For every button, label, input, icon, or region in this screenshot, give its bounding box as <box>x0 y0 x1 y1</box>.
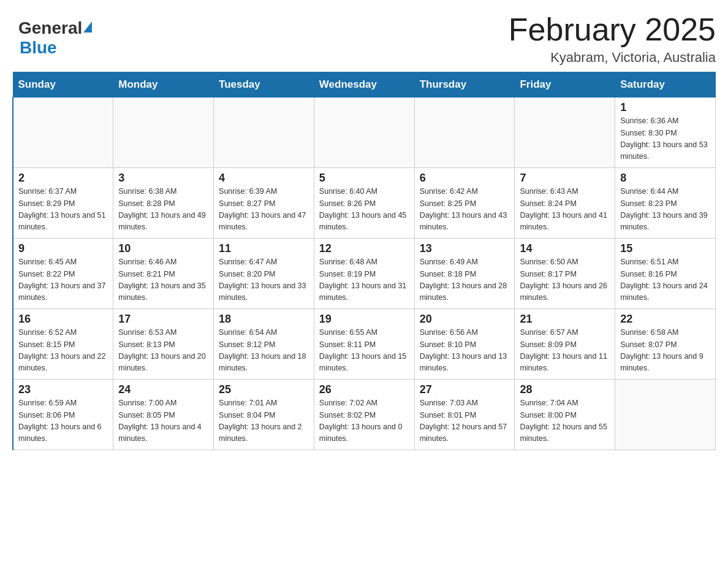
logo-blue-text: Blue <box>20 38 57 58</box>
calendar-day-cell: 1Sunrise: 6:36 AMSunset: 8:30 PMDaylight… <box>615 98 716 168</box>
day-number: 15 <box>620 242 710 255</box>
day-number: 21 <box>520 313 610 326</box>
calendar-day-cell: 25Sunrise: 7:01 AMSunset: 8:04 PMDayligh… <box>214 380 314 450</box>
day-info: Sunrise: 7:04 AMSunset: 8:00 PMDaylight:… <box>520 397 610 445</box>
calendar-day-cell: 8Sunrise: 6:44 AMSunset: 8:23 PMDaylight… <box>615 168 716 239</box>
calendar-day-cell: 2Sunrise: 6:37 AMSunset: 8:29 PMDaylight… <box>13 168 113 239</box>
day-of-week-header: Thursday <box>414 72 515 98</box>
calendar-day-cell: 24Sunrise: 7:00 AMSunset: 8:05 PMDayligh… <box>113 380 214 450</box>
calendar-day-cell <box>314 98 414 168</box>
day-info: Sunrise: 6:49 AMSunset: 8:18 PMDaylight:… <box>420 256 510 304</box>
day-info: Sunrise: 6:50 AMSunset: 8:17 PMDaylight:… <box>520 256 610 304</box>
day-info: Sunrise: 6:45 AMSunset: 8:22 PMDaylight:… <box>18 256 108 304</box>
day-info: Sunrise: 6:37 AMSunset: 8:29 PMDaylight:… <box>18 186 108 234</box>
day-info: Sunrise: 6:44 AMSunset: 8:23 PMDaylight:… <box>620 186 710 234</box>
day-number: 12 <box>319 242 409 255</box>
day-info: Sunrise: 6:57 AMSunset: 8:09 PMDaylight:… <box>520 327 610 375</box>
calendar-day-cell <box>113 98 214 168</box>
day-info: Sunrise: 7:03 AMSunset: 8:01 PMDaylight:… <box>420 397 510 445</box>
calendar-day-cell: 15Sunrise: 6:51 AMSunset: 8:16 PMDayligh… <box>615 239 716 309</box>
day-info: Sunrise: 6:36 AMSunset: 8:30 PMDaylight:… <box>620 115 710 163</box>
calendar-day-cell: 16Sunrise: 6:52 AMSunset: 8:15 PMDayligh… <box>13 309 113 380</box>
days-of-week-row: SundayMondayTuesdayWednesdayThursdayFrid… <box>13 72 716 98</box>
day-number: 22 <box>620 313 710 326</box>
day-number: 11 <box>219 242 309 255</box>
day-number: 16 <box>18 313 108 326</box>
day-info: Sunrise: 7:02 AMSunset: 8:02 PMDaylight:… <box>319 397 409 445</box>
day-of-week-header: Wednesday <box>314 72 414 98</box>
calendar-day-cell: 23Sunrise: 6:59 AMSunset: 8:06 PMDayligh… <box>13 380 113 450</box>
day-info: Sunrise: 6:52 AMSunset: 8:15 PMDaylight:… <box>18 327 108 375</box>
page-title: February 2025 <box>509 12 716 47</box>
calendar-day-cell <box>13 98 113 168</box>
calendar-day-cell: 10Sunrise: 6:46 AMSunset: 8:21 PMDayligh… <box>113 239 214 309</box>
day-number: 2 <box>18 172 108 185</box>
day-number: 9 <box>18 242 108 255</box>
calendar-day-cell: 17Sunrise: 6:53 AMSunset: 8:13 PMDayligh… <box>113 309 214 380</box>
calendar-day-cell: 28Sunrise: 7:04 AMSunset: 8:00 PMDayligh… <box>515 380 615 450</box>
title-section: February 2025 Kyabram, Victoria, Austral… <box>509 12 716 66</box>
calendar-day-cell: 7Sunrise: 6:43 AMSunset: 8:24 PMDaylight… <box>515 168 615 239</box>
calendar-day-cell <box>414 98 515 168</box>
day-info: Sunrise: 6:54 AMSunset: 8:12 PMDaylight:… <box>219 327 309 375</box>
calendar-week-row: 9Sunrise: 6:45 AMSunset: 8:22 PMDaylight… <box>13 239 716 309</box>
day-number: 24 <box>118 383 208 396</box>
day-number: 26 <box>319 383 409 396</box>
day-of-week-header: Saturday <box>615 72 716 98</box>
day-number: 25 <box>219 383 309 396</box>
calendar-day-cell: 4Sunrise: 6:39 AMSunset: 8:27 PMDaylight… <box>214 168 314 239</box>
calendar-day-cell <box>214 98 314 168</box>
day-info: Sunrise: 6:46 AMSunset: 8:21 PMDaylight:… <box>118 256 208 304</box>
calendar-week-row: 1Sunrise: 6:36 AMSunset: 8:30 PMDaylight… <box>13 98 716 168</box>
calendar-day-cell: 9Sunrise: 6:45 AMSunset: 8:22 PMDaylight… <box>13 239 113 309</box>
day-info: Sunrise: 6:55 AMSunset: 8:11 PMDaylight:… <box>319 327 409 375</box>
day-number: 10 <box>118 242 208 255</box>
day-info: Sunrise: 6:47 AMSunset: 8:20 PMDaylight:… <box>219 256 309 304</box>
day-info: Sunrise: 7:00 AMSunset: 8:05 PMDaylight:… <box>118 397 208 445</box>
page-header: General Blue February 2025 Kyabram, Vict… <box>12 12 716 66</box>
calendar-week-row: 16Sunrise: 6:52 AMSunset: 8:15 PMDayligh… <box>13 309 716 380</box>
calendar-week-row: 2Sunrise: 6:37 AMSunset: 8:29 PMDaylight… <box>13 168 716 239</box>
calendar-day-cell: 27Sunrise: 7:03 AMSunset: 8:01 PMDayligh… <box>414 380 515 450</box>
day-info: Sunrise: 6:56 AMSunset: 8:10 PMDaylight:… <box>420 327 510 375</box>
calendar-day-cell: 22Sunrise: 6:58 AMSunset: 8:07 PMDayligh… <box>615 309 716 380</box>
calendar-day-cell: 12Sunrise: 6:48 AMSunset: 8:19 PMDayligh… <box>314 239 414 309</box>
day-number: 3 <box>118 172 208 185</box>
day-info: Sunrise: 6:42 AMSunset: 8:25 PMDaylight:… <box>420 186 510 234</box>
calendar-day-cell: 6Sunrise: 6:42 AMSunset: 8:25 PMDaylight… <box>414 168 515 239</box>
calendar-day-cell: 20Sunrise: 6:56 AMSunset: 8:10 PMDayligh… <box>414 309 515 380</box>
day-number: 6 <box>420 172 510 185</box>
day-number: 14 <box>520 242 610 255</box>
day-number: 1 <box>620 101 710 114</box>
day-info: Sunrise: 6:59 AMSunset: 8:06 PMDaylight:… <box>18 397 108 445</box>
calendar-day-cell: 18Sunrise: 6:54 AMSunset: 8:12 PMDayligh… <box>214 309 314 380</box>
logo-general-text: General <box>18 18 82 38</box>
day-of-week-header: Tuesday <box>214 72 314 98</box>
calendar-day-cell: 13Sunrise: 6:49 AMSunset: 8:18 PMDayligh… <box>414 239 515 309</box>
page-subtitle: Kyabram, Victoria, Australia <box>509 50 716 66</box>
day-number: 28 <box>520 383 610 396</box>
calendar-header: SundayMondayTuesdayWednesdayThursdayFrid… <box>13 72 716 98</box>
day-number: 8 <box>620 172 710 185</box>
day-number: 23 <box>18 383 108 396</box>
day-number: 13 <box>420 242 510 255</box>
day-of-week-header: Monday <box>113 72 214 98</box>
day-info: Sunrise: 6:40 AMSunset: 8:26 PMDaylight:… <box>319 186 409 234</box>
calendar-body: 1Sunrise: 6:36 AMSunset: 8:30 PMDaylight… <box>13 98 716 450</box>
day-number: 4 <box>219 172 309 185</box>
calendar-day-cell: 3Sunrise: 6:38 AMSunset: 8:28 PMDaylight… <box>113 168 214 239</box>
day-info: Sunrise: 6:51 AMSunset: 8:16 PMDaylight:… <box>620 256 710 304</box>
calendar-table: SundayMondayTuesdayWednesdayThursdayFrid… <box>12 72 716 450</box>
day-number: 27 <box>420 383 510 396</box>
calendar-day-cell: 19Sunrise: 6:55 AMSunset: 8:11 PMDayligh… <box>314 309 414 380</box>
day-info: Sunrise: 6:58 AMSunset: 8:07 PMDaylight:… <box>620 327 710 375</box>
logo-triangle-icon <box>83 21 92 33</box>
day-number: 5 <box>319 172 409 185</box>
day-of-week-header: Friday <box>515 72 615 98</box>
day-info: Sunrise: 6:53 AMSunset: 8:13 PMDaylight:… <box>118 327 208 375</box>
calendar-week-row: 23Sunrise: 6:59 AMSunset: 8:06 PMDayligh… <box>13 380 716 450</box>
day-info: Sunrise: 6:39 AMSunset: 8:27 PMDaylight:… <box>219 186 309 234</box>
calendar-day-cell: 21Sunrise: 6:57 AMSunset: 8:09 PMDayligh… <box>515 309 615 380</box>
day-number: 20 <box>420 313 510 326</box>
day-of-week-header: Sunday <box>13 72 113 98</box>
